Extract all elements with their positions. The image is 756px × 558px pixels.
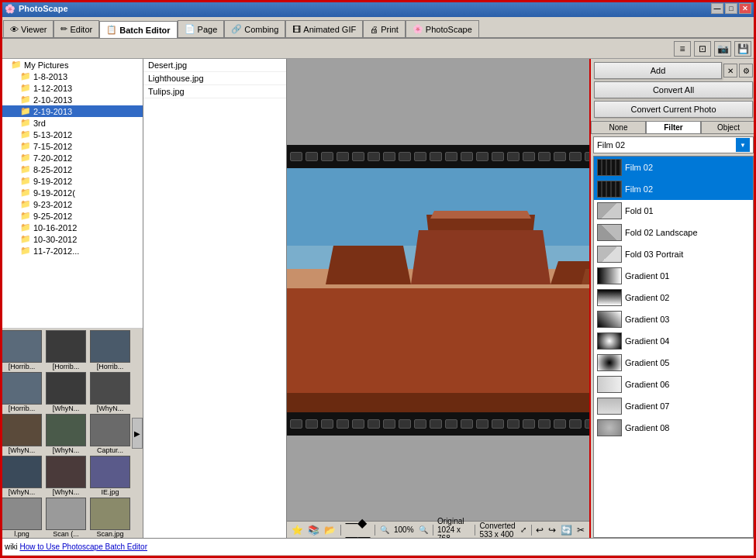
effect-item-gradient03[interactable]: Gradient 03 <box>594 308 753 330</box>
zoom-out-icon[interactable]: 🔍 <box>380 525 389 534</box>
tab-editor[interactable]: ✏ Editor <box>54 20 99 37</box>
settings-right-icon[interactable]: ⚙ <box>739 64 753 78</box>
thumbnail[interactable]: IE.jpg <box>90 456 133 496</box>
folder-icon: 📁 <box>20 246 31 256</box>
thumbnail[interactable]: Scan (... <box>46 498 88 538</box>
maximize-button[interactable]: □ <box>725 3 737 14</box>
thumb-image <box>46 414 86 446</box>
thumbnail[interactable]: [WhyN... <box>2 414 44 454</box>
tab-bar: 👁 Viewer ✏ Editor 📋 Batch Editor 📄 Page … <box>0 17 756 39</box>
tree-item[interactable]: 📁 1-8-2013 <box>0 71 143 82</box>
desert-svg <box>287 145 589 436</box>
effect-thumb <box>597 202 622 219</box>
thumbnail[interactable]: [Horrib... <box>46 330 88 370</box>
film-hole <box>352 152 364 161</box>
grid-button[interactable]: ⊡ <box>694 41 711 57</box>
effect-item-fold02[interactable]: Fold 02 Landscape <box>594 222 753 243</box>
tab-page[interactable]: 📄 Page <box>178 20 225 37</box>
stack-icon[interactable]: 📚 <box>308 525 319 536</box>
crop-icon[interactable]: ✂ <box>577 525 585 536</box>
thumbnail[interactable]: [Horrib... <box>2 330 44 370</box>
effect-item-gradient04[interactable]: Gradient 04 <box>594 330 753 352</box>
thumbnail[interactable]: [WhyN... <box>2 456 44 496</box>
film-strip-top <box>287 145 589 168</box>
tree-item[interactable]: 📁 10-30-2012 <box>0 233 143 245</box>
thumb-nav-right[interactable]: ▶ <box>132 418 143 449</box>
tree-item-selected[interactable]: 📁 2-19-2013 <box>0 105 143 117</box>
right-tab-object[interactable]: Object <box>701 121 756 133</box>
tree-item[interactable]: 📁 3rd <box>0 117 143 129</box>
rotate-icon[interactable]: 🔄 <box>561 525 572 536</box>
thumbnail[interactable]: Scan.jpg <box>90 498 133 538</box>
effect-list[interactable]: Film 02 Film 02 Fold 01 Fold 02 Landscap… <box>593 156 754 538</box>
effect-item-gradient08[interactable]: Gradient 08 <box>594 417 753 439</box>
tree-item[interactable]: 📁 1-12-2013 <box>0 82 143 94</box>
right-tab-none[interactable]: None <box>591 121 646 133</box>
tree-item[interactable]: 📁 9-19-2012 <box>0 175 143 187</box>
thumbnail[interactable]: [Horrib... <box>2 372 44 412</box>
film-hole <box>306 152 318 161</box>
effect-thumb <box>597 419 622 436</box>
film-hole <box>337 419 349 429</box>
minimize-button[interactable]: — <box>711 3 723 14</box>
tree-item[interactable]: 📁 9-19-2012( <box>0 187 143 198</box>
convert-current-button[interactable]: Convert Current Photo <box>594 101 753 118</box>
thumbnail[interactable]: [WhyN... <box>46 372 88 412</box>
close-right-icon[interactable]: ✕ <box>723 64 737 78</box>
tab-batch-editor[interactable]: 📋 Batch Editor <box>99 21 177 38</box>
save-button[interactable]: 💾 <box>734 41 751 57</box>
tree-item[interactable]: 📁 7-20-2012 <box>0 152 143 164</box>
film-hole <box>383 419 395 429</box>
file-item[interactable]: Desert.jpg <box>143 59 286 72</box>
effect-item-gradient07[interactable]: Gradient 07 <box>594 395 753 417</box>
thumbnail[interactable]: [WhyN... <box>46 456 88 496</box>
right-tab-filter[interactable]: Filter <box>646 121 701 133</box>
zoom-in-icon[interactable]: 🔍 <box>419 525 428 534</box>
thumbnail[interactable]: [WhyN... <box>46 414 88 454</box>
tree-root[interactable]: 📁 My Pictures <box>0 59 143 71</box>
tree-item[interactable]: 📁 8-25-2012 <box>0 164 143 175</box>
title-bar-buttons: — □ ✕ <box>711 3 751 14</box>
zoom-level: 100% <box>394 525 414 534</box>
effect-dropdown[interactable]: Film 02 ▼ <box>593 136 754 153</box>
film-hole <box>399 152 411 161</box>
redo-icon[interactable]: ↪ <box>548 525 556 536</box>
effect-item-film02-2[interactable]: Film 02 <box>594 178 753 200</box>
file-item[interactable]: Tulips.jpg <box>143 85 286 98</box>
tree-item[interactable]: 📁 10-16-2012 <box>0 222 143 233</box>
effect-item-fold03[interactable]: Fold 03 Portrait <box>594 243 753 265</box>
effect-item-film02-1[interactable]: Film 02 <box>594 157 753 178</box>
tab-photoscape[interactable]: 🌸 PhotoScape <box>406 20 479 37</box>
file-item[interactable]: Lighthouse.jpg <box>143 72 286 85</box>
add-button[interactable]: Add <box>594 62 722 79</box>
tree-item[interactable]: 📁 9-23-2012 <box>0 198 143 210</box>
effect-item-fold01[interactable]: Fold 01 <box>594 200 753 222</box>
tree-item[interactable]: 📁 9-25-2012 <box>0 210 143 222</box>
tab-gif[interactable]: 🎞 Animated GIF <box>285 20 363 37</box>
wiki-link[interactable]: How to Use Photoscape Batch Editor <box>19 542 147 551</box>
tab-viewer[interactable]: 👁 Viewer <box>3 20 54 37</box>
folder-open-icon[interactable]: 📂 <box>324 525 336 536</box>
tree-item[interactable]: 📁 11-7-2012... <box>0 245 143 257</box>
close-button[interactable]: ✕ <box>739 3 751 14</box>
effect-item-gradient06[interactable]: Gradient 06 <box>594 374 753 395</box>
effect-item-gradient05[interactable]: Gradient 05 <box>594 352 753 374</box>
star-icon[interactable]: ⭐ <box>292 525 303 536</box>
convert-all-button[interactable]: Convert All <box>594 81 753 98</box>
thumbnail[interactable]: l.png <box>2 498 44 538</box>
effect-item-gradient02[interactable]: Gradient 02 <box>594 287 753 308</box>
camera-button[interactable]: 📷 <box>714 41 731 57</box>
menu-button[interactable]: ≡ <box>674 41 691 57</box>
undo-icon[interactable]: ↩ <box>536 525 544 536</box>
thumbnail[interactable]: Captur... <box>90 414 133 454</box>
file-tree[interactable]: 📁 My Pictures 📁 1-8-2013 📁 1-12-2013 📁 2… <box>0 59 143 329</box>
tree-item[interactable]: 📁 5-13-2012 <box>0 129 143 140</box>
tree-item[interactable]: 📁 7-15-2012 <box>0 140 143 152</box>
tab-combine[interactable]: 🔗 Combing <box>224 20 285 37</box>
thumbnail[interactable]: [WhyN... <box>90 372 133 412</box>
effect-item-gradient01[interactable]: Gradient 01 <box>594 265 753 287</box>
tree-item[interactable]: 📁 2-10-2013 <box>0 94 143 105</box>
thumb-image <box>2 414 42 446</box>
thumbnail[interactable]: [Horrib... <box>90 330 133 370</box>
tab-print[interactable]: 🖨 Print <box>363 20 406 37</box>
